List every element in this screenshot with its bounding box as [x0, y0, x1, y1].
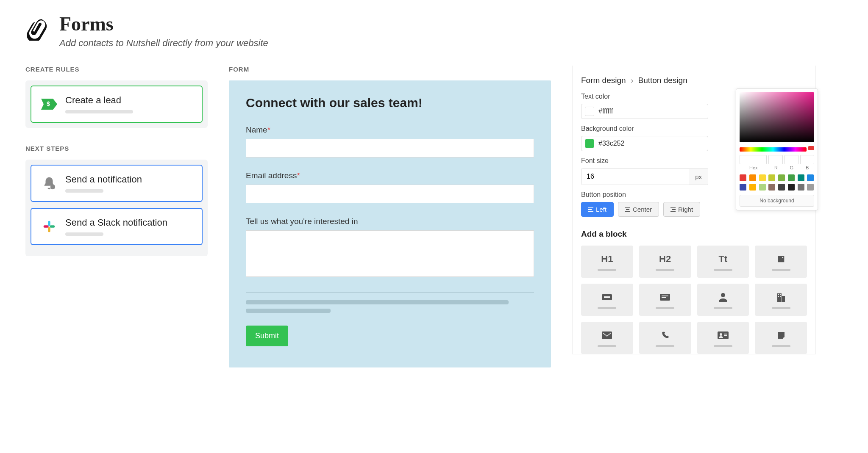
placeholder-line: [65, 189, 103, 193]
placeholder-line: [246, 300, 509, 304]
email-input[interactable]: [246, 185, 534, 203]
block-contact-card[interactable]: [697, 322, 749, 354]
building-icon: [776, 291, 786, 304]
rule-card-create-lead[interactable]: $ Create a lead: [31, 86, 203, 123]
bg-color-input[interactable]: #33c252: [581, 136, 708, 151]
page-header: Forms Add contacts to Nutshell directly …: [25, 13, 843, 49]
preset-swatch[interactable]: [759, 174, 766, 181]
svg-rect-22: [724, 334, 727, 334]
preset-swatch[interactable]: [740, 184, 746, 191]
svg-rect-13: [777, 293, 782, 302]
block-email[interactable]: [581, 322, 633, 354]
svg-text:$: $: [47, 100, 50, 107]
rules-sidebar: CREATE RULES $ Create a lead NEXT STEPS: [25, 66, 208, 273]
placeholder-line: [246, 309, 331, 313]
step-card-slack[interactable]: Send a Slack notification: [31, 208, 203, 245]
name-label: Name*: [246, 125, 534, 135]
color-saturation-area[interactable]: [740, 92, 814, 142]
magnet-logo-icon: [25, 17, 49, 41]
breadcrumb-root[interactable]: Form design: [581, 76, 626, 85]
preset-swatch[interactable]: [778, 174, 785, 181]
person-icon: [719, 291, 727, 304]
block-person[interactable]: [697, 284, 749, 316]
svg-rect-4: [48, 227, 50, 232]
page-title: Forms: [59, 13, 268, 35]
bg-color-swatch: [585, 139, 594, 148]
button-icon: [602, 291, 612, 304]
svg-rect-17: [778, 296, 779, 297]
breadcrumb: Form design › Button design: [581, 76, 807, 85]
preset-swatch[interactable]: [768, 174, 775, 181]
svg-point-6: [782, 257, 783, 258]
svg-rect-8: [604, 296, 610, 298]
preset-swatch[interactable]: [778, 184, 785, 191]
svg-point-1: [50, 185, 55, 189]
preset-swatch[interactable]: [798, 174, 804, 181]
block-phone[interactable]: [639, 322, 691, 354]
next-steps-label: NEXT STEPS: [25, 145, 208, 152]
block-text[interactable]: Tt: [697, 246, 749, 278]
preset-swatch[interactable]: [807, 174, 814, 181]
preset-swatch[interactable]: [740, 174, 746, 181]
preset-swatch[interactable]: [768, 184, 775, 191]
hex-input[interactable]: [740, 155, 767, 164]
design-panel: Form design › Button design Text color #…: [572, 66, 816, 354]
font-size-input[interactable]: [581, 168, 689, 185]
page-subtitle: Add contacts to Nutshell directly from y…: [59, 38, 268, 49]
preset-swatch[interactable]: [807, 184, 814, 191]
block-image[interactable]: [755, 246, 807, 278]
svg-point-21: [720, 333, 722, 336]
svg-point-12: [721, 293, 725, 297]
preset-swatch[interactable]: [788, 184, 795, 191]
form-preview-column: FORM Connect with our sales team! Name* …: [229, 66, 551, 367]
color-picker-popover[interactable]: Hex R G B No background: [736, 88, 818, 210]
r-input[interactable]: [768, 155, 782, 164]
block-card[interactable]: [639, 284, 691, 316]
svg-rect-18: [780, 296, 781, 297]
b-input[interactable]: [800, 155, 814, 164]
h2-icon: H2: [659, 253, 671, 265]
form-title: Connect with our sales team!: [246, 96, 534, 110]
email-label: Email address*: [246, 171, 534, 180]
g-input[interactable]: [785, 155, 798, 164]
interest-textarea[interactable]: [246, 230, 534, 277]
text-icon: Tt: [718, 253, 727, 265]
interest-label: Tell us what you're interested in: [246, 217, 534, 226]
name-input[interactable]: [246, 139, 534, 157]
hue-slider[interactable]: [740, 147, 807, 152]
position-left-button[interactable]: Left: [581, 202, 614, 217]
create-rules-label: CREATE RULES: [25, 66, 208, 73]
breadcrumb-current: Button design: [638, 76, 687, 85]
svg-rect-15: [778, 294, 779, 295]
block-note[interactable]: [755, 322, 807, 354]
placeholder-line: [65, 232, 103, 236]
svg-rect-11: [662, 297, 666, 298]
id-card-icon: [718, 329, 729, 342]
font-size-unit: px: [689, 169, 708, 185]
svg-rect-5: [44, 225, 49, 227]
block-button[interactable]: [581, 284, 633, 316]
svg-rect-10: [662, 296, 668, 296]
rule-title: Create a lead: [65, 95, 192, 106]
preset-swatch[interactable]: [798, 184, 804, 191]
text-color-input[interactable]: #ffffff: [581, 104, 708, 119]
svg-rect-14: [782, 296, 785, 302]
preset-swatch[interactable]: [788, 174, 795, 181]
step-title: Send a notification: [65, 174, 192, 185]
position-right-button[interactable]: Right: [663, 202, 700, 217]
submit-button[interactable]: Submit: [246, 326, 288, 346]
block-company[interactable]: [755, 284, 807, 316]
no-background-button[interactable]: No background: [740, 195, 814, 207]
add-block-title: Add a block: [581, 229, 807, 239]
preset-swatch[interactable]: [749, 184, 756, 191]
step-card-notification[interactable]: Send a notification: [31, 165, 203, 202]
svg-rect-23: [724, 335, 727, 336]
step-title: Send a Slack notification: [65, 217, 192, 228]
divider: [246, 292, 534, 293]
position-center-button[interactable]: Center: [618, 202, 659, 217]
preset-swatch[interactable]: [759, 184, 766, 191]
preset-swatch[interactable]: [749, 174, 756, 181]
block-heading-1[interactable]: H1: [581, 246, 633, 278]
h1-icon: H1: [601, 253, 613, 265]
block-heading-2[interactable]: H2: [639, 246, 691, 278]
